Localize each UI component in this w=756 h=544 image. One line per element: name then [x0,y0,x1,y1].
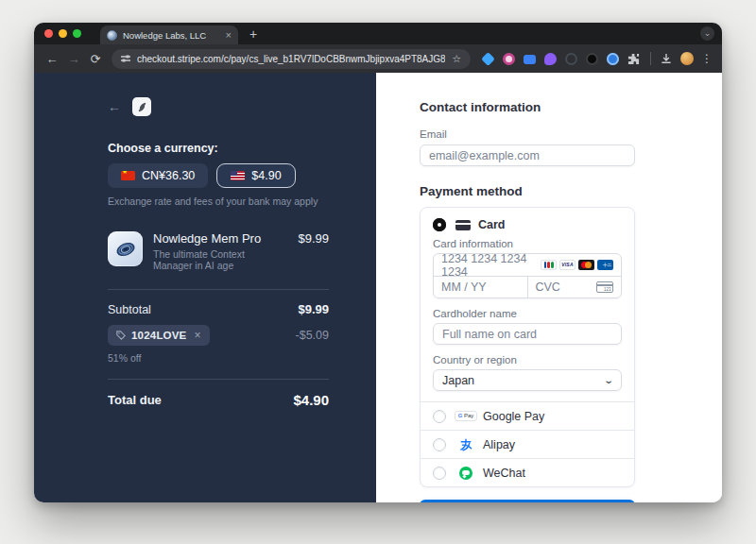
tab-close-icon[interactable]: × [226,30,232,41]
zoom-window-button[interactable] [73,29,81,38]
product-icon [108,231,143,266]
card-number-placeholder: 1234 1234 1234 1234 [441,253,541,279]
summary-divider [108,289,329,290]
site-settings-icon[interactable] [121,54,130,63]
subtotal-value: $9.99 [298,302,329,316]
wechat-icon [455,467,476,480]
product-price: $9.99 [298,231,329,271]
visa-icon: VISA [559,260,576,270]
extension-donut-icon[interactable] [503,53,515,65]
card-brand-icons: VISA ⼗⼆ [541,260,613,270]
card-option[interactable]: Card [433,218,622,231]
close-window-button[interactable] [44,29,53,38]
google-pay-option[interactable]: G Pay Google Pay [421,401,634,430]
coupon-percent-note: 51% off [108,352,329,364]
google-pay-icon: G Pay [455,411,476,421]
chevron-down-icon: ⌄ [603,375,614,385]
bookmark-star-icon[interactable]: ☆ [452,53,461,65]
currency-option-usd[interactable]: $4.90 [216,163,295,188]
extension-pin-icon[interactable] [481,52,495,66]
alipay-radio[interactable] [433,438,446,451]
card-cvc-input[interactable]: CVC 123 [527,277,622,298]
cvc-card-icon: 123 [596,281,613,293]
google-pay-radio[interactable] [433,410,446,423]
expiry-placeholder: MM / YY [441,280,487,294]
wechat-radio[interactable] [433,467,446,480]
product-row: Nowledge Mem Pro The ultimate Context Ma… [108,231,329,271]
extension-globe-icon[interactable] [607,53,619,65]
currency-usd-label: $4.90 [251,169,281,182]
coupon-code: 1024LOVE [131,330,187,341]
google-pay-label: Google Pay [483,410,544,423]
total-due-value: $4.90 [293,392,329,408]
profile-avatar[interactable] [680,52,694,65]
cn-flag-icon [121,171,135,180]
forward-button: → [64,52,83,66]
remove-coupon-icon[interactable]: × [195,330,201,341]
jcb-icon [541,260,557,270]
desktop-background: Nowledge Labs, LLC × + ⌄ ← → ⟳ checkout.… [0,0,756,544]
tab-title: Nowledge Labs, LLC [123,30,220,41]
address-bar[interactable]: checkout.stripe.com/c/pay/cs_live_b1RV7l… [112,49,471,69]
alipay-option[interactable]: Alipay [421,430,634,458]
card-number-input[interactable]: 1234 1234 1234 1234 VISA [434,254,621,276]
toolbar-divider [650,52,651,65]
alipay-label: Alipay [483,438,515,451]
merchant-logo [132,97,151,116]
minimize-window-button[interactable] [59,29,67,38]
payment-method-box: Card Card information 1234 1234 1234 123… [420,207,635,487]
extension-flower-icon[interactable] [544,53,557,65]
product-name: Nowledge Mem Pro [153,231,271,246]
browser-window: Nowledge Labs, LLC × + ⌄ ← → ⟳ checkout.… [34,23,722,502]
url-text[interactable]: checkout.stripe.com/c/pay/cs_live_b1RV7l… [137,54,445,64]
alipay-icon [455,438,476,451]
cardholder-name-input[interactable] [433,323,622,345]
unionpay-icon: ⼗⼆ [597,260,613,270]
card-icon [455,220,471,230]
back-button[interactable]: ← [43,52,61,66]
coupon-discount: -$5.09 [296,329,329,342]
wechat-label: WeChat [483,467,525,480]
tab-strip: Nowledge Labs, LLC × + ⌄ [34,23,722,44]
exchange-rate-note: Exchange rate and fees of your bank may … [108,196,329,207]
total-due-label: Total due [108,393,162,407]
product-description: The ultimate Context Manager in AI age [153,248,271,271]
extension-search-icon[interactable] [565,53,577,65]
choose-currency-label: Choose a currency: [108,142,329,155]
coupon-row: 1024LOVE × -$5.09 [108,325,329,346]
browser-tab[interactable]: Nowledge Labs, LLC × [100,26,238,44]
payment-method-heading: Payment method [420,184,635,198]
downloads-icon[interactable] [659,53,674,65]
back-to-merchant-button[interactable]: ← [108,99,121,114]
reload-button[interactable]: ⟳ [86,52,105,66]
card-fields-group: 1234 1234 1234 1234 VISA [433,253,622,298]
currency-option-cny[interactable]: CN¥36.30 [108,163,208,188]
summary-divider [108,379,329,380]
wechat-option[interactable]: WeChat [421,458,634,486]
cardholder-name-label: Cardholder name [433,308,622,319]
us-flag-icon [231,171,245,180]
checkout-page: ← Choose a currency: CN¥36.30 [34,73,722,502]
email-input[interactable] [420,144,635,166]
country-select[interactable]: Japan ⌄ [433,369,622,391]
card-option-label: Card [478,218,505,231]
country-value: Japan [442,374,474,387]
extension-screen-icon[interactable] [524,55,536,64]
extension-dark-icon[interactable] [586,53,598,65]
currency-cny-label: CN¥36.30 [142,169,195,182]
new-tab-button[interactable]: + [249,26,257,42]
card-expiry-input[interactable]: MM / YY [434,277,527,298]
coupon-chip: 1024LOVE × [108,325,210,346]
email-label: Email [420,128,635,140]
pay-button[interactable]: Pay [420,500,635,502]
tab-favicon-icon [107,30,117,41]
card-information-label: Card information [433,238,622,249]
menu-kebab-icon[interactable]: ⋮ [700,52,713,65]
contact-information-heading: Contact information [420,100,635,114]
browser-toolbar: ← → ⟳ checkout.stripe.com/c/pay/cs_live_… [34,44,722,73]
tab-search-chevron-icon[interactable]: ⌄ [700,26,714,41]
payment-panel: Contact information Email Payment method… [376,73,722,502]
subtotal-row: Subtotal $9.99 [108,302,329,316]
card-radio[interactable] [433,218,446,231]
extensions-puzzle-icon[interactable] [627,53,640,65]
